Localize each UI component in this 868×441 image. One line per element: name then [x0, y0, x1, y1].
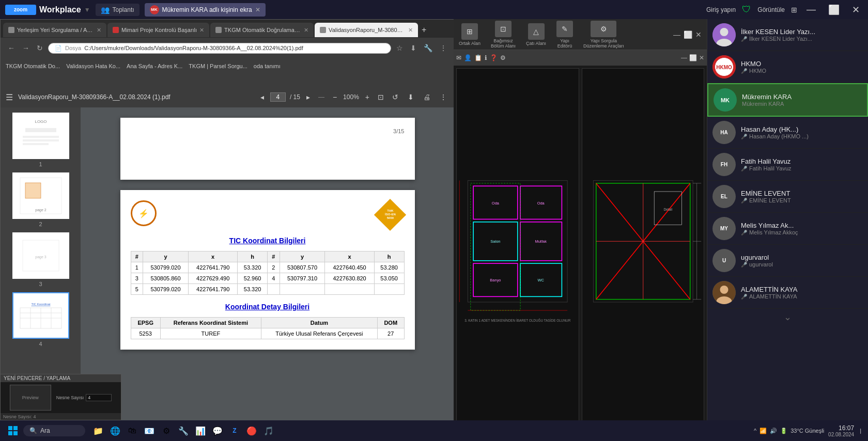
cad-tool-ortak[interactable]: ⊞ Ortak Alan [459, 23, 481, 46]
taskbar-icon-chrome[interactable]: ⚙ [159, 423, 174, 438]
forward-button[interactable]: → [20, 43, 32, 53]
browser-tab-3[interactable]: TKGM Otomatik Doğrulama U... ✕ [210, 23, 314, 37]
maximize-button[interactable]: ⬜ [825, 3, 843, 17]
pdf-next-page[interactable]: ▸ [304, 92, 312, 102]
cad-icon-6[interactable]: ⚙ [500, 54, 506, 61]
taskbar-search[interactable]: 🔍 Ara [23, 425, 85, 436]
address-bar[interactable]: 📄 Dosya C:/Users/mukre/Downloads/Validas… [48, 43, 391, 54]
taskbar-icon-mail[interactable]: 📧 [142, 423, 157, 438]
pdf-download[interactable]: ⬇ [406, 92, 416, 102]
minimize-button[interactable]: — [803, 3, 819, 16]
scroll-down-arrow[interactable]: ⌄ [707, 309, 868, 325]
taskbar-icon-app4[interactable]: 🎵 [261, 423, 276, 438]
gir-label[interactable]: Giriş yapın [706, 6, 736, 13]
systray-arrow[interactable]: ^ [754, 428, 756, 434]
tab-4-close[interactable]: ✕ [408, 27, 413, 34]
participant-fatih[interactable]: FH Fatih Halil Yavuz 🎤 Fatih Halil Yavuz [707, 149, 868, 181]
cad-icon-min[interactable]: — [681, 54, 687, 61]
taskbar-clock[interactable]: 16:07 02.08.2024 [828, 424, 854, 437]
extensions-button[interactable]: 🔧 [422, 43, 435, 53]
browser-tab-2[interactable]: Mimari Proje Kontrolü Başarılı ✕ [107, 23, 209, 37]
pdf-page-input[interactable] [270, 92, 286, 102]
close-button[interactable]: ✕ [849, 3, 863, 17]
pdf-more[interactable]: ⋮ [438, 92, 449, 102]
goruntle-label[interactable]: Görüntüle [757, 6, 785, 13]
taskbar-icon-store[interactable]: 🛍 [125, 423, 140, 438]
pdf-prev-page[interactable]: ◂ [258, 92, 266, 102]
back-button[interactable]: ← [6, 43, 17, 53]
bookmark-2[interactable]: Validasyon Hata Ko... [66, 63, 120, 69]
cad-drawing-left[interactable]: Oda Oda Salon Mutfak Banyo WC 3. KATIN 1… [456, 68, 579, 426]
bookmark-button[interactable]: ☆ [394, 43, 405, 53]
pdf-fit-page[interactable]: ⊡ [376, 92, 386, 102]
cad-icon-3[interactable]: 📋 [474, 54, 482, 61]
cad-icon-close[interactable]: ✕ [699, 54, 704, 61]
taskbar-icon-edge[interactable]: 🌐 [107, 423, 123, 438]
tab-2-close[interactable]: ✕ [199, 27, 204, 34]
cad-icon-1[interactable]: ✉ [456, 54, 461, 61]
share-tab[interactable]: MK Mükremin KARA adlı kişinin ekra ✕ [145, 3, 266, 17]
participant-melis[interactable]: MY Melis Yılmaz Ak... 🎤 Melis Yılmaz Akk… [707, 213, 868, 245]
meeting-tab[interactable]: 👥 Toplantı [96, 4, 140, 16]
refresh-button[interactable]: ↻ [35, 43, 45, 53]
participant-hkmo[interactable]: HKMO HKMO 🎤 HKMO [707, 51, 868, 83]
taskbar-icon-zoom[interactable]: Z [227, 423, 242, 438]
bookmark-3[interactable]: Ana Sayfa - Adres K... [127, 63, 182, 69]
pdf-menu-icon[interactable]: ☰ [6, 92, 13, 102]
ref-table: EPSG Referans Koordinat Sistemi Datum DO… [131, 317, 405, 339]
cad-close[interactable]: ✕ [695, 30, 702, 39]
start-button[interactable] [5, 423, 21, 438]
bookmark-1[interactable]: TKGM Otomatik Do... [6, 63, 60, 69]
network-icon: 📶 [760, 428, 767, 434]
cad-drawing-right[interactable]: Detail [582, 68, 705, 426]
taskbar-icon-app2[interactable]: 📊 [193, 423, 208, 438]
participant-alamettin-info: ALAMETTİN KAYA 🎤 ALAMETTİN KAYA [741, 286, 863, 300]
tab-3-close[interactable]: ✕ [304, 27, 308, 34]
pdf-zoom-in[interactable]: + [363, 92, 371, 102]
browser-tab-1[interactable]: Yerleşim Yeri Sorgulama / Adre... ✕ [3, 23, 106, 37]
pdf-main[interactable]: 3/15 ⚡ [81, 107, 454, 440]
mini-nesne-row: Nesne Sayısı [56, 394, 112, 401]
pdf-rotate[interactable]: ↺ [390, 92, 400, 102]
cad-icon-2[interactable]: 👤 [464, 54, 472, 61]
participant-ugur[interactable]: U ugurvarol 🎤 ugurvarol [707, 245, 868, 277]
dropdown-arrow[interactable]: ▼ [84, 6, 90, 13]
cad-minimize[interactable]: — [673, 30, 680, 39]
participant-hasan[interactable]: HA Hasan Aday (HK...) 🎤 Hasan Aday (HKMO… [707, 117, 868, 149]
browser-tab-4[interactable]: ValidasyonRaporu_M-30809366-... ✕ [315, 23, 418, 37]
download-button[interactable]: ⬇ [408, 43, 419, 53]
show-desktop[interactable]: | [858, 428, 863, 434]
cad-tool-cati[interactable]: △ Çatı Alanı [526, 23, 546, 46]
pdf-thumb-4[interactable]: TIC Koordinat 4 [6, 292, 75, 347]
cad-icon-max[interactable]: ⬜ [689, 54, 697, 61]
url-text: C:/Users/mukre/Downloads/ValidasyonRapor… [84, 45, 303, 51]
menu-button[interactable]: ⋮ [438, 43, 449, 53]
participant-emine[interactable]: EL EMİNE LEVENT 🎤 EMİNE LEVENT [707, 181, 868, 213]
cad-tool-yapi-sorgula[interactable]: ⚙ Yapı SorgulaDüzenleme Araçları [583, 21, 624, 49]
cad-icon-4[interactable]: ℹ [485, 54, 487, 61]
cad-icon-5[interactable]: ❓ [490, 54, 498, 61]
cad-tool-bagimsiz[interactable]: ⊡ BağımsızBölüm Alanı [491, 21, 516, 49]
pdf-zoom-out[interactable]: − [331, 92, 339, 102]
cad-maximize[interactable]: ⬜ [684, 30, 692, 39]
pdf-print[interactable]: 🖨 [421, 92, 432, 102]
participant-mukremin[interactable]: MK Mükremin KARA Mükremin KARA [707, 83, 868, 117]
pdf-thumb-1[interactable]: LOGO 1 [6, 113, 75, 167]
bookmark-5[interactable]: oda tanımı [254, 63, 281, 69]
cad-drawings: Oda Oda Salon Mutfak Banyo WC 3. KATIN 1… [454, 66, 707, 428]
bookmark-4[interactable]: TKGM | Parsel Sorgu... [189, 63, 247, 69]
mini-nesne-input[interactable] [86, 394, 112, 401]
taskbar-icon-whatsapp[interactable]: 💬 [210, 423, 225, 438]
participant-alamettin[interactable]: ALAMETTİN KAYA 🎤 ALAMETTİN KAYA [707, 277, 868, 309]
share-tab-close[interactable]: ✕ [255, 6, 260, 13]
taskbar-icon-app3[interactable]: 🔴 [244, 423, 259, 438]
participant-ilker[interactable]: İlker KESEN Lider Yazı... 🎤 İlker KESEN … [707, 19, 868, 51]
pdf-thumb-3[interactable]: page 3 3 [6, 232, 75, 287]
taskbar-icon-app1[interactable]: 🔧 [176, 423, 191, 438]
cad-tool-yapi-editor[interactable]: ✎ YapıEditörü [556, 21, 573, 49]
view-icon: ⊞ [791, 6, 797, 14]
taskbar-icon-files[interactable]: 📁 [90, 423, 106, 438]
pdf-thumb-2[interactable]: page 2 2 [6, 172, 75, 227]
tab-1-close[interactable]: ✕ [97, 27, 101, 34]
new-tab-button[interactable]: + [419, 25, 429, 35]
